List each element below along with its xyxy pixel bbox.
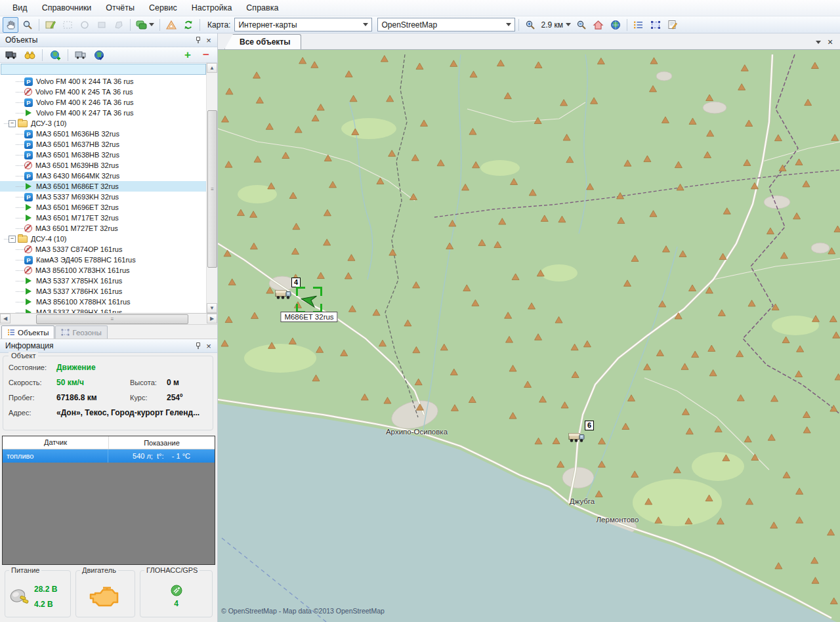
object-list-button[interactable] (631, 17, 646, 33)
tree-guide (16, 186, 24, 187)
scroll-left-button[interactable]: ◀ (0, 314, 10, 323)
menu-item-3[interactable]: Отчёты (98, 1, 142, 14)
measure-button[interactable] (163, 17, 179, 33)
zoom-out-button[interactable] (574, 17, 589, 33)
tab-geofences[interactable]: Геозоны (55, 325, 107, 339)
moving-status-icon (26, 278, 32, 284)
map-provider-combobox[interactable]: OpenStreetMap (377, 18, 515, 31)
tree-item[interactable]: PVolvo FM 400 К 244 ТА 36 rus (0, 76, 206, 87)
zoom-out-icon (576, 20, 587, 30)
menu-item-4[interactable]: Сервис (142, 1, 184, 14)
tree-item[interactable]: Volvo FM 400 К 245 ТА 36 rus (0, 87, 206, 97)
sensor-column-header: Датчик (3, 436, 109, 449)
selected-vehicle-marker[interactable] (296, 287, 322, 313)
pin-icon[interactable] (193, 35, 203, 45)
tree-item-label: Volvo FM 400 К 245 ТА 36 rus (35, 88, 133, 96)
find-object-button[interactable] (22, 47, 37, 63)
menu-item-6[interactable]: Справка (239, 1, 285, 14)
map-provider-value: OpenStreetMap (381, 20, 502, 30)
follow-vehicle-button[interactable] (73, 47, 89, 63)
geofence-button[interactable] (648, 17, 663, 33)
state-label: Состояние: (9, 363, 56, 371)
pin-icon[interactable] (193, 341, 203, 351)
tree-item[interactable]: МАЗ 5337 Х786НХ 161rus (0, 286, 206, 297)
layers-button[interactable] (134, 17, 156, 33)
expander-icon[interactable]: − (9, 120, 16, 127)
zoom-in-button[interactable] (522, 17, 538, 33)
tree-item[interactable]: PМАЗ 6430 М664МК 32rus (0, 171, 206, 181)
circle-zone-button[interactable] (77, 17, 93, 33)
separator (627, 19, 627, 31)
sensor-row-fuel[interactable]: топливо 540 л; t°: - 1 °C (3, 449, 215, 463)
tab-list-dropdown[interactable] (812, 36, 824, 48)
tree-item[interactable]: PМАЗ 6501 М638НВ 32rus (0, 150, 206, 160)
map-tab-all-objects[interactable]: Все объекты (224, 34, 301, 49)
tree-item[interactable]: −ДСУ-3 (10) (0, 118, 206, 129)
tree-item-label: МАЗ 5337 Х785НХ 161rus (36, 277, 122, 285)
offline-status-icon (24, 245, 32, 253)
menu-item-1[interactable]: Вид (5, 1, 35, 14)
scroll-thumb[interactable]: ≡ (207, 110, 217, 268)
vehicle-truck-marker[interactable] (568, 432, 585, 446)
vehicle-truck-marker[interactable] (275, 289, 292, 302)
openstreetmap-base (218, 50, 840, 622)
tree-item[interactable]: МАЗ 5337 С874ОР 161rus (0, 244, 206, 255)
expander-icon[interactable]: − (9, 236, 16, 243)
polygon-zone-button[interactable] (111, 17, 127, 33)
tree-item[interactable]: МАЗ 6501 М639НВ 32rus (0, 160, 206, 171)
sensor-name: топливо (3, 449, 108, 463)
folder-icon (18, 120, 28, 127)
tab-objects[interactable]: Объекты (1, 325, 54, 339)
tree-item[interactable]: МАЗ 856100 Х783НХ 161rus (0, 265, 206, 276)
tree-item[interactable]: МАЗ 5337 Х789НХ 161rus (0, 307, 206, 313)
tree-horizontal-scrollbar[interactable]: ◀ ≡ ▶ (0, 314, 217, 325)
show-vehicle-button[interactable] (3, 47, 19, 63)
map-canvas[interactable]: © OpenStreetMap - Map data ©2013 OpenStr… (218, 50, 840, 622)
close-icon[interactable]: × (203, 35, 214, 45)
menu-item-2[interactable]: Справочники (35, 1, 99, 14)
remove-object-button[interactable]: − (198, 47, 214, 63)
rect-zone-button[interactable] (94, 17, 110, 33)
tree-item[interactable]: PVolvo FM 400 К 246 ТА 36 rus (0, 97, 206, 108)
sensors-table: Датчик Показание топливо 540 л; t°: - 1 … (2, 436, 215, 565)
add-object-button[interactable]: + (180, 47, 196, 63)
globe-icon (610, 20, 621, 30)
refresh-button[interactable] (180, 17, 196, 33)
pan-tool-button[interactable] (3, 17, 18, 33)
tree-item[interactable]: PМАЗ 6501 М637НВ 32rus (0, 139, 206, 150)
dashed-rect-icon (62, 20, 73, 30)
close-map-tab-icon[interactable]: × (824, 36, 836, 48)
edit-map-button[interactable] (43, 17, 58, 33)
lasso-select-button[interactable] (60, 17, 75, 33)
tree-item[interactable]: МАЗ 6501 М686ЕТ 32rus (0, 181, 206, 192)
map-type-combobox[interactable]: Интернет-карты (234, 18, 372, 31)
scroll-right-button[interactable]: ▶ (207, 314, 217, 323)
close-icon[interactable]: × (203, 341, 214, 351)
vehicle-count-badge: 4 (291, 278, 301, 287)
power-group: Питание 28.2 В 4.2 В (5, 570, 71, 617)
map-type-value: Интернет-карты (238, 20, 359, 30)
tree-item[interactable]: PКамАЗ ЭД405 Е788НС 161rus (0, 255, 206, 265)
world-view-button[interactable] (608, 17, 623, 33)
object-on-map-button[interactable] (91, 47, 107, 63)
scroll-up-button[interactable]: ▲ (207, 63, 217, 73)
tree-item[interactable]: Volvo FM 400 К 247 ТА 36 rus (0, 108, 206, 118)
tree-item[interactable]: МАЗ 6501 М717ЕТ 32rus (0, 213, 206, 223)
show-all-on-map-button[interactable] (47, 47, 63, 63)
tree-item[interactable]: PМАЗ 6501 М636НВ 32rus (0, 129, 206, 139)
tree-item[interactable]: PМАЗ 5337 М693КН 32rus (0, 192, 206, 202)
home-view-button[interactable] (591, 17, 606, 33)
zoom-tool-button[interactable] (20, 17, 35, 33)
tree-filter-input[interactable] (1, 64, 206, 75)
notes-button[interactable] (665, 17, 681, 33)
scroll-thumb[interactable]: ≡ (36, 314, 188, 324)
tree-item[interactable]: МАЗ 5337 Х785НХ 161rus (0, 276, 206, 286)
zoom-scale-control[interactable]: 2.9 км (539, 20, 572, 30)
menu-item-5[interactable]: Настройка (184, 1, 240, 14)
tree-item[interactable]: −ДСУ-4 (10) (0, 234, 206, 244)
tree-vertical-scrollbar[interactable]: ▲ ≡ ▼ (206, 63, 217, 313)
tree-item[interactable]: МАЗ 6501 М696ЕТ 32rus (0, 202, 206, 213)
scroll-down-button[interactable]: ▼ (207, 303, 217, 313)
tree-item[interactable]: МАЗ 6501 М727ЕТ 32rus (0, 223, 206, 234)
tree-item[interactable]: МАЗ 856100 Х788НХ 161rus (0, 297, 206, 307)
